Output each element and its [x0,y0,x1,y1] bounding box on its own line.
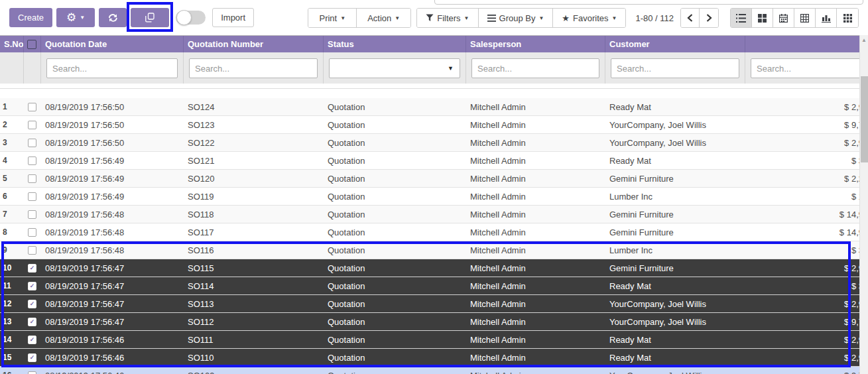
print-action-group: Print▼ Action▼ [308,8,411,28]
row-status: Quotation [324,295,466,312]
row-checkbox-cell [24,223,41,241]
table-row[interactable]: 708/19/2019 17:56:48SO118QuotationMitche… [0,206,868,223]
select-all-checkbox[interactable] [27,40,36,49]
table-row[interactable]: 308/19/2019 17:56:50SO122QuotationMitche… [0,134,868,152]
table-row[interactable]: 1608/19/2019 17:56:46SO109QuotationMitch… [0,367,868,374]
table-row[interactable]: 108/19/2019 17:56:50SO124QuotationMitche… [0,98,868,116]
table-row[interactable]: 1108/19/2019 17:56:47SO114QuotationMitch… [0,277,868,295]
row-checkbox[interactable] [28,228,36,237]
filter-input-quotation-date[interactable] [46,58,178,78]
row-checkbox[interactable] [28,103,36,111]
row-quotation-date: 08/19/2019 17:56:50 [41,98,184,115]
gear-icon: ⚙ [66,12,76,23]
row-quotation-date: 08/19/2019 17:56:50 [41,116,184,133]
table-row[interactable]: 808/19/2019 17:56:48SO117QuotationMitche… [0,223,868,241]
row-checkbox[interactable] [28,139,36,147]
row-checkbox[interactable] [28,336,36,344]
favorites-button[interactable]: ★ Favorites▼ [553,9,625,27]
activity-view-button[interactable] [837,9,858,27]
calendar-view-button[interactable] [773,9,794,27]
table-gap [0,84,868,98]
graph-view-button[interactable] [816,9,837,27]
row-checkbox-cell [24,259,41,277]
row-checkbox-cell [24,277,41,294]
row-checkbox-cell [24,313,41,330]
table-row[interactable]: 208/19/2019 17:56:50SO123QuotationMitche… [0,116,868,134]
row-checkbox[interactable] [28,371,36,374]
column-header-salesperson[interactable]: Salesperson [466,36,605,52]
row-checkbox-cell [24,367,41,374]
print-button[interactable]: Print▼ [308,9,357,27]
pivot-view-button[interactable] [794,9,816,27]
filter-input-total[interactable] [751,58,868,78]
row-salesperson: Mitchell Admin [466,313,605,330]
pager-previous-button[interactable] [681,9,700,27]
row-checkbox[interactable] [28,192,36,201]
filter-input-quotation-number[interactable] [189,58,318,78]
table-row[interactable]: 508/19/2019 17:56:49SO120QuotationMitche… [0,170,868,188]
table-row[interactable]: 908/19/2019 17:56:48SO116QuotationMitche… [0,241,868,259]
row-checkbox[interactable] [28,264,36,273]
column-header-quotation-number[interactable]: Quotation Number [184,36,324,52]
row-customer: YourCompany, Joel Willis [605,295,745,312]
row-quotation-date: 08/19/2019 17:56:49 [41,188,184,205]
table-row[interactable]: 1308/19/2019 17:56:47SO112QuotationMitch… [0,313,868,331]
row-index: 7 [0,206,24,223]
column-header-total[interactable] [745,36,868,52]
row-index: 9 [0,241,24,259]
settings-dropdown-button[interactable]: ⚙ ▼ [56,8,95,27]
scroll-up-arrow[interactable]: ▲ [860,35,868,45]
row-quotation-number: SO115 [184,259,324,277]
row-quotation-number: SO116 [184,241,324,259]
refresh-icon [107,13,118,23]
column-header-customer[interactable]: Customer [605,36,745,52]
row-checkbox[interactable] [28,174,36,183]
row-index: 10 [0,259,24,277]
row-total: $ 2,9 [745,295,868,312]
filter-input-salesperson[interactable] [471,58,599,78]
chevron-down-icon: ▼ [464,15,469,21]
kanban-view-button[interactable] [752,9,773,27]
row-checkbox[interactable] [28,318,36,326]
row-checkbox[interactable] [28,246,36,255]
filter-input-customer[interactable] [611,58,739,78]
column-header-sno[interactable]: S.No [0,36,24,52]
group-by-button[interactable]: Group By▼ [479,9,554,27]
row-salesperson: Mitchell Admin [466,206,605,223]
row-quotation-number: SO109 [184,367,324,374]
row-total: $ 14,9 [745,223,868,241]
table-row[interactable]: 608/19/2019 17:56:49SO119QuotationMitche… [0,188,868,206]
column-header-quotation-date[interactable]: Quotation Date [41,36,184,52]
row-status: Quotation [324,134,466,151]
refresh-button[interactable] [99,8,127,27]
row-checkbox[interactable] [28,156,36,165]
row-checkbox[interactable] [28,210,36,219]
create-button[interactable]: Create [9,8,52,27]
pager-next-button[interactable] [700,9,718,27]
toggle-switch[interactable] [176,11,206,25]
global-search-input[interactable] [434,0,863,5]
row-checkbox[interactable] [28,282,36,290]
table-row[interactable]: 1508/19/2019 17:56:46SO110QuotationMitch… [0,349,868,367]
table-row[interactable]: 1008/19/2019 17:56:47SO115QuotationMitch… [0,259,868,277]
table-row[interactable]: 1408/19/2019 17:56:46SO111QuotationMitch… [0,331,868,349]
column-header-select-all[interactable] [24,36,41,52]
table-row[interactable]: 1208/19/2019 17:56:47SO113QuotationMitch… [0,295,868,313]
row-checkbox[interactable] [28,353,36,362]
duplicate-button[interactable] [131,8,169,27]
column-header-status[interactable]: Status [324,36,466,52]
filters-button[interactable]: Filters▼ [417,9,478,27]
row-quotation-date: 08/19/2019 17:56:47 [41,295,184,312]
row-index: 14 [0,331,24,348]
row-customer: YourCompany, Joel Willis [605,134,745,151]
vertical-scrollbar[interactable]: ▲ [859,35,868,374]
table-row[interactable]: 408/19/2019 17:56:49SO121QuotationMitche… [0,152,868,170]
action-button[interactable]: Action▼ [357,9,410,27]
row-checkbox[interactable] [28,300,36,308]
row-checkbox[interactable] [28,121,36,129]
scrollbar-thumb[interactable] [861,76,868,162]
filter-select-status[interactable]: ▼ [329,58,460,78]
import-button[interactable]: Import [212,8,254,27]
hamburger-icon [487,15,496,22]
list-view-button[interactable] [731,9,752,27]
